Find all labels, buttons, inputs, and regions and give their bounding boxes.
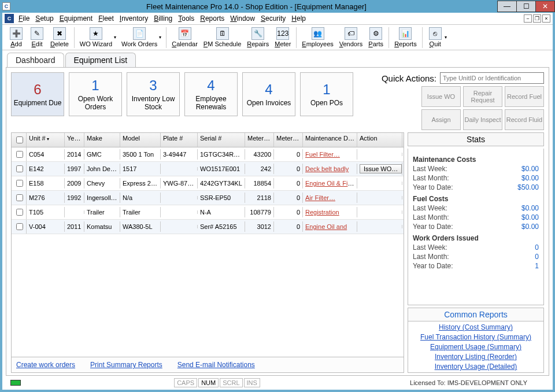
toolbar-meter-button[interactable]: 123Meter — [272, 26, 294, 49]
toolbar-label: Vendors — [339, 40, 362, 47]
toolbar-reports-button[interactable]: 📊Reports — [391, 26, 420, 49]
toolbar-repairs-button[interactable]: 🔧Repairs — [244, 26, 272, 49]
grid-header-Meter #1[interactable]: Meter #1 — [245, 133, 274, 147]
table-row[interactable]: T105TrailerTrailerN-A1087790Registration — [12, 205, 404, 220]
table-row[interactable]: M2761992Ingersoll-RanN/aSSR-EP5021180Air… — [12, 191, 404, 205]
stat-label: Year to Date: — [413, 262, 453, 270]
report-link-inventory-usage-detailed-[interactable]: Inventory Usage (Detailed) — [408, 363, 543, 371]
toolbar-reports-icon: 📊 — [399, 27, 412, 40]
maintenance-due-link[interactable]: Registration — [305, 209, 339, 216]
table-row[interactable]: E1582009ChevyExpress 2500YWG-874O4242GYT… — [12, 176, 404, 191]
tile-open-work-orders[interactable]: 1Open Work Orders — [69, 72, 122, 116]
grid-row-checkbox[interactable] — [16, 194, 23, 201]
toolbar-parts-button[interactable]: ⚙Parts — [365, 26, 386, 49]
grid-row-checkbox[interactable] — [16, 165, 23, 172]
menu-security[interactable]: Security — [261, 14, 286, 23]
mdi-close-button[interactable]: × — [542, 14, 550, 23]
toolbar-wo-wizard-button[interactable]: ★WO Wizard — [77, 26, 115, 49]
quick-issue-wo-button[interactable]: Issue WO — [421, 86, 461, 107]
toolbar-edit-icon: ✎ — [31, 27, 43, 40]
grid-row-checkbox[interactable] — [16, 209, 23, 216]
toolbar-delete-button[interactable]: ✖Delete — [47, 26, 72, 49]
toolbar-quit-button[interactable]: ⎋Quit — [425, 26, 446, 49]
quick-daily-inspect-button[interactable]: Daily Inspect — [463, 109, 502, 130]
tile-equipment-due[interactable]: 6Equipment Due — [11, 72, 64, 116]
maintenance-due-link[interactable]: Engine Oil & Filter… — [305, 180, 357, 187]
dropdown-icon[interactable]: ▾ — [159, 35, 164, 40]
tile-count: 1 — [91, 77, 99, 94]
link-create-work-orders[interactable]: Create work orders — [16, 361, 75, 369]
toolbar-calendar-button[interactable]: 📅Calendar — [169, 26, 201, 49]
menu-inventory[interactable]: Inventory — [120, 14, 148, 23]
grid-header-Plate #[interactable]: Plate # — [161, 133, 198, 147]
grid-header-Maintenance Due[interactable]: Maintenance Due — [303, 133, 357, 147]
maintenance-due-link[interactable]: Deck belt badly — [305, 165, 349, 172]
quick-record-fuel-button[interactable]: Record Fuel — [505, 86, 544, 107]
dropdown-icon[interactable]: ▾ — [114, 35, 119, 40]
grid-header-Serial #[interactable]: Serial # — [198, 133, 245, 147]
quick-record-fluid-button[interactable]: Record Fluid — [505, 109, 544, 130]
toolbar-label: Parts — [368, 40, 383, 47]
tab-equipment-list[interactable]: Equipment List — [65, 53, 136, 67]
window-minimize-button[interactable]: — — [497, 1, 517, 12]
grid-row-checkbox[interactable] — [16, 180, 23, 187]
toolbar-employees-button[interactable]: 👥Employees — [299, 26, 336, 49]
table-row[interactable]: C0542014GMC3500 1 Ton3-494471GTGC34ROY43… — [12, 147, 404, 162]
grid-header-Model[interactable]: Model — [120, 133, 161, 147]
tile-inventory-low-stock[interactable]: 3Inventory Low Stock — [127, 72, 180, 116]
report-link-inventory-listing-reorder-[interactable]: Inventory Listing (Reorder) — [408, 353, 543, 361]
menu-help[interactable]: Help — [291, 14, 306, 23]
grid-header-Make[interactable]: Make — [84, 133, 120, 147]
report-link-history-cost-summary-[interactable]: History (Cost Summary) — [408, 323, 543, 331]
maintenance-due-link[interactable]: Fuel Filter… — [305, 151, 340, 158]
dropdown-icon[interactable]: ▾ — [445, 35, 449, 40]
grid-row-checkbox[interactable] — [16, 151, 23, 158]
window-maximize-button[interactable]: ☐ — [516, 1, 536, 12]
mdi-minimize-button[interactable]: − — [524, 14, 532, 23]
menu-file[interactable]: File — [18, 14, 29, 23]
tile-open-invoices[interactable]: 4Open Invoices — [242, 72, 295, 116]
toolbar-pm-schedule-button[interactable]: 🗓PM Schedule — [201, 26, 244, 49]
grid-header-Unit #[interactable]: Unit # ▾ — [27, 133, 65, 147]
table-row[interactable]: E1421997John Deere1517WO1517E0012420Deck… — [12, 162, 404, 176]
issue-wo-button[interactable]: Issue WO… — [360, 164, 402, 173]
mdi-restore-button[interactable]: ❐ — [533, 14, 541, 23]
toolbar-add-button[interactable]: ➕Add — [6, 26, 27, 49]
link-print-summary-reports[interactable]: Print Summary Reports — [90, 361, 162, 369]
menu-reports[interactable]: Reports — [200, 14, 224, 23]
grid-header-Meter #2[interactable]: Meter #2 — [274, 133, 303, 147]
grid-header-Action[interactable]: Action — [357, 133, 402, 147]
toolbar-label: Meter — [275, 40, 291, 47]
menubar: C FileSetupEquipmentFleetInventoryBillin… — [2, 13, 553, 25]
tile-open-pos[interactable]: 1Open POs — [300, 72, 353, 116]
license-text: Licensed To: IMS-DEVELOPMENT ONLY — [410, 379, 527, 386]
menu-window[interactable]: Window — [230, 14, 255, 23]
quick-search-input[interactable] — [440, 72, 544, 84]
report-link-equipment-usage-summary-[interactable]: Equipment Usage (Summary) — [408, 343, 543, 351]
toolbar-vendors-button[interactable]: 🏷Vendors — [336, 26, 365, 49]
grid-row-checkbox[interactable] — [16, 223, 23, 230]
report-link-fuel-transaction-history-summary-[interactable]: Fuel Transaction History (Summary) — [408, 333, 543, 341]
grid-header-select[interactable] — [12, 133, 27, 147]
menu-setup[interactable]: Setup — [35, 14, 53, 23]
maintenance-due-link[interactable]: Engine Oil and — [305, 223, 347, 230]
menu-billing[interactable]: Billing — [154, 14, 172, 23]
stat-label: Last Month: — [413, 213, 449, 221]
menu-tools[interactable]: Tools — [178, 14, 194, 23]
tile-employee-renewals[interactable]: 4Employee Renewals — [184, 72, 238, 116]
quick-repair-request-button[interactable]: Repair Request — [463, 86, 502, 107]
toolbar-work-orders-button[interactable]: 📄Work Orders — [119, 26, 160, 49]
menu-equipment[interactable]: Equipment — [60, 14, 92, 23]
link-send-email-notifications[interactable]: Send E-mail Notifications — [177, 361, 255, 369]
toolbar-add-icon: ➕ — [10, 27, 23, 40]
table-row[interactable]: V-0042011KomatsuWA380-5LSer# A5216530120… — [12, 220, 404, 234]
tab-dashboard[interactable]: Dashboard — [7, 53, 64, 67]
stat-label: Last Week: — [413, 243, 447, 252]
toolbar-edit-button[interactable]: ✎Edit — [27, 26, 47, 49]
window-close-button[interactable]: ✕ — [535, 1, 555, 12]
grid-select-all-checkbox[interactable] — [16, 136, 23, 143]
grid-header-Year[interactable]: Year ▾ — [65, 133, 84, 147]
quick-assign-button[interactable]: Assign — [421, 109, 461, 130]
maintenance-due-link[interactable]: Air Filter… — [305, 194, 335, 201]
menu-fleet[interactable]: Fleet — [98, 14, 114, 23]
